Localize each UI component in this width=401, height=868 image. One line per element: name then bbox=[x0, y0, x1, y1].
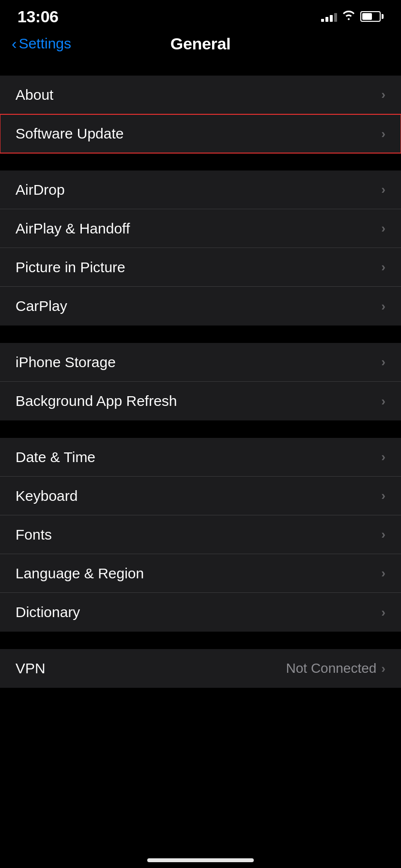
settings-row-picture-in-picture[interactable]: Picture in Picture › bbox=[0, 248, 401, 287]
wifi-icon bbox=[342, 10, 355, 23]
chevron-icon-about: › bbox=[381, 87, 386, 102]
status-icons bbox=[321, 10, 384, 23]
settings-row-date-time[interactable]: Date & Time › bbox=[0, 438, 401, 477]
settings-row-about[interactable]: About › bbox=[0, 76, 401, 114]
row-label-software-update: Software Update bbox=[15, 125, 123, 142]
settings-group-5: VPN Not Connected › bbox=[0, 649, 401, 688]
row-label-carplay: CarPlay bbox=[15, 298, 67, 314]
chevron-icon-language-region: › bbox=[381, 566, 386, 581]
section-gap-5 bbox=[0, 632, 401, 649]
home-indicator bbox=[147, 858, 254, 862]
settings-row-language-region[interactable]: Language & Region › bbox=[0, 554, 401, 593]
signal-icon bbox=[321, 11, 337, 22]
row-label-iphone-storage: iPhone Storage bbox=[15, 354, 116, 371]
chevron-icon-carplay: › bbox=[381, 299, 386, 314]
chevron-icon-airplay-handoff: › bbox=[381, 221, 386, 236]
section-gap-3 bbox=[0, 326, 401, 343]
back-label: Settings bbox=[19, 35, 71, 52]
section-gap-4 bbox=[0, 420, 401, 438]
section-gap-1 bbox=[0, 58, 401, 76]
chevron-icon-software-update: › bbox=[381, 126, 386, 141]
settings-row-keyboard[interactable]: Keyboard › bbox=[0, 477, 401, 515]
row-label-keyboard: Keyboard bbox=[15, 488, 77, 504]
settings-group-4: Date & Time › Keyboard › Fonts › Languag… bbox=[0, 438, 401, 632]
section-gap-2 bbox=[0, 153, 401, 170]
chevron-icon-iphone-storage: › bbox=[381, 355, 386, 370]
settings-group-2: AirDrop › AirPlay & Handoff › Picture in… bbox=[0, 170, 401, 326]
battery-icon bbox=[360, 11, 384, 22]
chevron-icon-fonts: › bbox=[381, 527, 386, 542]
row-label-background-app-refresh: Background App Refresh bbox=[15, 393, 177, 409]
settings-row-carplay[interactable]: CarPlay › bbox=[0, 287, 401, 326]
row-label-language-region: Language & Region bbox=[15, 565, 144, 582]
row-label-dictionary: Dictionary bbox=[15, 604, 80, 620]
settings-group-1: About › Software Update › bbox=[0, 76, 401, 153]
chevron-icon-vpn: › bbox=[381, 661, 386, 676]
status-bar: 13:06 bbox=[0, 0, 401, 29]
settings-row-background-app-refresh[interactable]: Background App Refresh › bbox=[0, 382, 401, 420]
status-time: 13:06 bbox=[17, 7, 58, 26]
section-gap-bottom bbox=[0, 688, 401, 727]
chevron-icon-picture-in-picture: › bbox=[381, 260, 386, 275]
settings-row-software-update[interactable]: Software Update › bbox=[0, 114, 401, 153]
back-button[interactable]: ‹ Settings bbox=[12, 35, 71, 52]
row-label-airdrop: AirDrop bbox=[15, 182, 65, 198]
settings-row-airplay-handoff[interactable]: AirPlay & Handoff › bbox=[0, 209, 401, 248]
chevron-icon-airdrop: › bbox=[381, 182, 386, 197]
settings-row-dictionary[interactable]: Dictionary › bbox=[0, 593, 401, 632]
chevron-icon-background-app-refresh: › bbox=[381, 394, 386, 409]
back-chevron-icon: ‹ bbox=[12, 36, 17, 51]
row-label-vpn: VPN bbox=[15, 660, 46, 677]
chevron-icon-keyboard: › bbox=[381, 488, 386, 503]
settings-row-iphone-storage[interactable]: iPhone Storage › bbox=[0, 343, 401, 382]
row-label-fonts: Fonts bbox=[15, 527, 52, 543]
chevron-icon-date-time: › bbox=[381, 450, 386, 465]
row-label-about: About bbox=[15, 87, 53, 103]
row-label-date-time: Date & Time bbox=[15, 449, 95, 465]
chevron-icon-dictionary: › bbox=[381, 605, 386, 620]
row-label-airplay-handoff: AirPlay & Handoff bbox=[15, 220, 130, 237]
settings-row-vpn[interactable]: VPN Not Connected › bbox=[0, 649, 401, 688]
page-title: General bbox=[170, 34, 231, 53]
nav-bar: ‹ Settings General bbox=[0, 29, 401, 58]
vpn-status: Not Connected bbox=[286, 661, 377, 676]
settings-row-fonts[interactable]: Fonts › bbox=[0, 515, 401, 554]
settings-row-airdrop[interactable]: AirDrop › bbox=[0, 170, 401, 209]
row-label-picture-in-picture: Picture in Picture bbox=[15, 259, 125, 276]
settings-group-3: iPhone Storage › Background App Refresh … bbox=[0, 343, 401, 420]
